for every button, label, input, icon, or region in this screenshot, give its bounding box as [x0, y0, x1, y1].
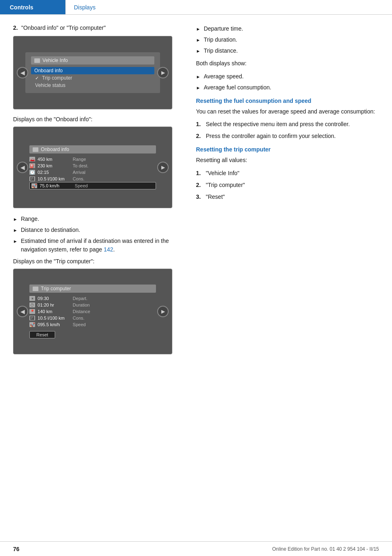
reset-fuel-para: You can reset the values for average spe…	[196, 107, 379, 116]
speed-label: Speed	[75, 183, 88, 188]
onboard-label: Onboard info	[34, 68, 62, 73]
checkmark-icon: ✓	[35, 76, 39, 81]
onboard-data-screen: Onboard info 🚗 450 km Range ⛽ 230 km To …	[25, 144, 160, 191]
trip-step-text-2: "Trip computer"	[206, 181, 245, 189]
todest-val: 230 km	[38, 163, 70, 168]
bullet-arrow-distance: ►	[13, 227, 18, 234]
trip-computer-screenshot: ◀ Trip computer ☀ 09:30 Depart. ⏱ 01:20 …	[13, 269, 172, 354]
trip-bullet-list: ► Departure time. ► Trip duration. ► Tri…	[196, 24, 379, 55]
trip-nav-left[interactable]: ◀	[17, 306, 28, 317]
bullet-arrow-dep: ►	[196, 26, 200, 33]
bullet-avg-fuel: ► Average fuel consumption.	[196, 83, 379, 92]
depart-val: 09:30	[38, 296, 70, 301]
right-column: ► Departure time. ► Trip duration. ► Tri…	[188, 24, 392, 371]
tab-controls-label: Controls	[10, 4, 33, 11]
nav-right-btn[interactable]: ▶	[157, 67, 169, 78]
trip-cons-val: 10.5 l/100 km	[38, 316, 70, 320]
trip-title-text: Trip computer	[41, 286, 71, 291]
bullet-avg-speed-text: Average speed.	[204, 72, 244, 81]
reset-fuel-step-1: 1. Select the respective menu item and p…	[196, 120, 379, 129]
trip-step-text-1: "Vehicle Info"	[206, 169, 239, 178]
cons-label: Cons.	[73, 176, 85, 181]
trip-speed-label: Speed	[73, 322, 86, 327]
left-column: 2. "Onboard info" or "Trip computer" ◀ V…	[0, 24, 188, 371]
trip-screen-icon	[33, 287, 38, 291]
vehicle-info-screen: Vehicle Info Onboard info ✓ Trip compute…	[25, 52, 160, 93]
bullet-avg-fuel-text: Average fuel consumption.	[204, 83, 272, 92]
onboard-screen-title: Onboard info	[29, 145, 156, 153]
reset-button[interactable]: Reset	[29, 331, 55, 338]
bullet-range-text: Range.	[21, 215, 39, 223]
trip-cons-label: Cons.	[73, 316, 85, 320]
trip-step-num-2: 2.	[196, 181, 204, 189]
duration-label: Duration	[73, 302, 90, 307]
arrival-val: 02:15	[38, 170, 70, 175]
trip-nav-right[interactable]: ▶	[157, 306, 169, 317]
arrival-label: Arrival	[73, 170, 85, 175]
duration-icon: ⏱	[29, 302, 35, 307]
page-footer: 76 Online Edition for Part no. 01 40 2 9…	[0, 541, 392, 556]
bullet-arrival-text: Estimated time of arrival if a destinati…	[21, 237, 178, 254]
bullet-arrow-tdur: ►	[196, 37, 200, 44]
bullet-trip-duration-text: Trip duration.	[204, 36, 237, 44]
step-num-1: 1.	[196, 120, 204, 129]
bullet-avg-speed: ► Average speed.	[196, 72, 379, 81]
onboard-nav-left[interactable]: ◀	[17, 162, 28, 173]
screen-title-text: Vehicle Info	[42, 58, 68, 63]
screen-title-vehicle-info: Vehicle Info	[31, 56, 154, 64]
step-2-text: "Onboard info" or "Trip computer"	[21, 24, 178, 31]
screen-item-trip: ✓ Trip computer	[31, 74, 154, 82]
distance-icon: 📍	[29, 309, 35, 314]
trip-displays-label: Displays on the "Trip computer":	[13, 258, 178, 265]
onboard-title-text: Onboard info	[41, 147, 69, 152]
trip-step-num-1: 1.	[196, 169, 204, 178]
tab-controls[interactable]: Controls	[0, 0, 65, 14]
screen-item-onboard: Onboard info	[31, 67, 154, 74]
speed-val: 75.0 km/h	[40, 183, 72, 188]
onboard-row-todest: ⛽ 230 km To dest.	[29, 162, 156, 169]
page-link[interactable]: 142	[104, 246, 113, 253]
bullet-distance: ► Distance to destination.	[13, 226, 178, 234]
onboard-bullet-list: ► Range. ► Distance to destination. ► Es…	[13, 215, 178, 254]
bullet-distance-text: Distance to destination.	[21, 226, 80, 234]
step-2-number: 2.	[13, 24, 21, 31]
bullet-arrow-aspd: ►	[196, 73, 200, 80]
vehicle-status-label: Vehicle status	[35, 82, 65, 88]
cons-icon: 🅿	[29, 176, 35, 181]
reset-trip-heading: Resetting the trip computer	[196, 146, 379, 153]
bullet-trip-distance: ► Trip distance.	[196, 47, 379, 55]
trip-row-cons: 🅿 10.5 l/100 km Cons.	[29, 315, 156, 321]
range-icon: 🚗	[29, 157, 35, 162]
bullet-trip-distance-text: Trip distance.	[204, 47, 238, 55]
tab-displays[interactable]: Displays	[66, 0, 104, 14]
page-header: Controls Displays	[0, 0, 392, 15]
duration-val: 01:20 hr	[38, 302, 70, 307]
bullet-arrival: ► Estimated time of arrival if a destina…	[13, 237, 178, 254]
step-2-item: 2. "Onboard info" or "Trip computer"	[13, 24, 178, 31]
nav-left-btn[interactable]: ◀	[17, 67, 28, 78]
speed-icon: 🚀	[31, 183, 37, 188]
distance-val: 140 km	[38, 309, 70, 314]
reset-trip-step-3: 3. "Reset"	[196, 193, 379, 201]
distance-label: Distance	[73, 309, 90, 314]
bullet-arrow-arrival: ►	[13, 238, 18, 245]
onboard-nav-right[interactable]: ▶	[157, 162, 169, 173]
arrival-icon: 🕐	[29, 170, 35, 175]
reset-btn-container: Reset	[29, 329, 156, 338]
bullet-arrow-afuel: ►	[196, 85, 200, 91]
trip-cons-icon: 🅿	[29, 316, 35, 320]
step-text-2: Press the controller again to confirm yo…	[206, 132, 336, 140]
onboard-row-range: 🚗 450 km Range	[29, 156, 156, 162]
screen-item-vehicle-status: Vehicle status	[31, 82, 154, 89]
trip-row-duration: ⏱ 01:20 hr Duration	[29, 302, 156, 308]
bullet-departure-text: Departure time.	[204, 24, 243, 33]
trip-row-speed: 🚀 095.5 km/h Speed	[29, 321, 156, 328]
cons-val: 10.5 l/100 km	[38, 176, 70, 181]
bullet-arrow-tdist: ►	[196, 48, 200, 55]
trip-step-num-3: 3.	[196, 193, 204, 201]
trip-data-screen: Trip computer ☀ 09:30 Depart. ⏱ 01:20 hr…	[25, 283, 160, 340]
onboard-screen-icon	[33, 147, 38, 152]
footer-edition-text: Online Edition for Part no. 01 40 2 954 …	[272, 546, 379, 552]
onboard-row-cons: 🅿 10.5 l/100 km Cons.	[29, 176, 156, 182]
vehicle-info-screenshot: ◀ Vehicle Info Onboard info ✓ Trip compu…	[13, 36, 172, 109]
